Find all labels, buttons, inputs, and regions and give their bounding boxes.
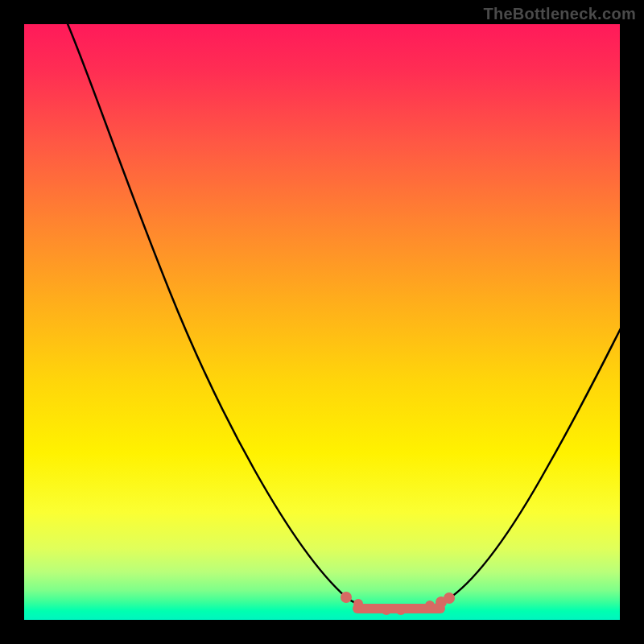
chart-curve-svg [24, 24, 620, 620]
optimal-zone-markers [341, 592, 455, 615]
bottleneck-curve-path [66, 24, 620, 610]
svg-point-8 [444, 592, 455, 604]
watermark-text: TheBottleneck.com [483, 5, 636, 23]
svg-point-0 [341, 592, 352, 603]
chart-plot-area [24, 24, 620, 620]
svg-rect-9 [353, 604, 445, 613]
